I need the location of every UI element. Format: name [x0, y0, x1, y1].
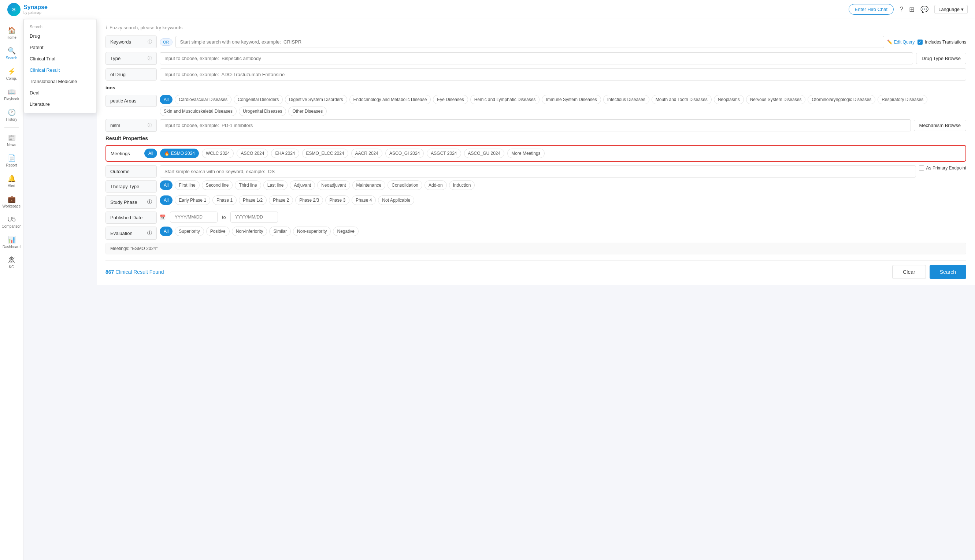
chat-icon[interactable]: 💬 — [920, 5, 928, 13]
dropdown-item-literature[interactable]: Literature — [24, 98, 96, 110]
tag-consolidation[interactable]: Consolidation — [387, 180, 422, 190]
tag-eval-all[interactable]: All — [160, 227, 172, 236]
tag-eye[interactable]: Eye Diseases — [433, 95, 468, 104]
tag-induction[interactable]: Induction — [449, 180, 475, 190]
clear-button[interactable]: Clear — [892, 265, 925, 279]
dropdown-item-patent[interactable]: Patent — [24, 42, 96, 53]
control-drug-input[interactable] — [160, 68, 966, 80]
tag-more-meetings[interactable]: More Meetings — [507, 148, 544, 158]
tag-asco-2024[interactable]: ASCO 2024 — [237, 148, 268, 158]
sidebar-item-report[interactable]: 📄 Report — [0, 151, 23, 170]
date-from-input[interactable] — [170, 212, 217, 223]
search-button[interactable]: Search — [930, 265, 966, 279]
tag-congenital[interactable]: Congenital Disorders — [234, 95, 283, 104]
tag-mouth[interactable]: Mouth and Tooth Diseases — [651, 95, 712, 104]
mechanism-browse-button[interactable]: Mechanism Browse — [914, 120, 966, 131]
tag-positive[interactable]: Positive — [206, 227, 230, 236]
tag-other[interactable]: Other Diseases — [288, 107, 327, 116]
translations-checkbox[interactable]: ✓ — [918, 40, 923, 45]
language-button[interactable]: Language ▾ — [934, 5, 968, 14]
tag-hemic[interactable]: Hemic and Lymphatic Diseases — [470, 95, 540, 104]
dropdown-item-clinical-trial[interactable]: Clinical Trial — [24, 53, 96, 64]
tag-phase2-3[interactable]: Phase 2/3 — [295, 195, 323, 205]
tag-digestive[interactable]: Digestive System Disorders — [285, 95, 347, 104]
tag-therapy-all[interactable]: All — [160, 180, 172, 190]
dropdown-item-deal[interactable]: Deal — [24, 87, 96, 98]
tag-skin[interactable]: Skin and Musculoskeletal Diseases — [160, 107, 237, 116]
date-to-input[interactable] — [230, 212, 278, 223]
tag-urogenital[interactable]: Urogenital Diseases — [239, 107, 286, 116]
sidebar-item-search[interactable]: 🔍 Search — [0, 44, 23, 63]
tag-phase1[interactable]: Phase 1 — [212, 195, 237, 205]
tag-early-phase1[interactable]: Early Phase 1 — [175, 195, 210, 205]
dropdown-item-drug[interactable]: Drug — [24, 30, 96, 42]
tag-negative[interactable]: Negative — [333, 227, 358, 236]
tag-immune[interactable]: Immune System Diseases — [542, 95, 601, 104]
edit-query-button[interactable]: ✏️ Edit Query — [887, 40, 915, 45]
tag-asco-gi-2024[interactable]: ASCO_GI 2024 — [385, 148, 424, 158]
tag-non-superiority[interactable]: Non-superiority — [293, 227, 331, 236]
sidebar-item-news[interactable]: 📰 News — [0, 131, 23, 150]
tag-first-line[interactable]: First line — [175, 180, 199, 190]
tag-meetings-all[interactable]: All — [144, 148, 157, 158]
tag-wclc-2024[interactable]: WCLC 2024 — [202, 148, 234, 158]
tag-respiratory[interactable]: Respiratory Diseases — [878, 95, 927, 104]
tag-esmo-2024-active[interactable]: 🔥 ESMO 2024 — [160, 148, 199, 158]
sidebar-item-workspace[interactable]: 💼 Workspace — [0, 192, 23, 211]
tag-phase3[interactable]: Phase 3 — [325, 195, 349, 205]
tag-esmo-elcc-2024[interactable]: ESMO_ELCC 2024 — [302, 148, 348, 158]
tag-asgct-2024[interactable]: ASGCT 2024 — [427, 148, 461, 158]
drug-type-browse-button[interactable]: Drug Type Browse — [916, 53, 966, 64]
evaluation-info-icon[interactable]: ⓘ — [147, 230, 152, 237]
tag-otorhinolaryngologic[interactable]: Otorhinolaryngologic Diseases — [808, 95, 875, 104]
tag-second-line[interactable]: Second line — [202, 180, 233, 190]
sidebar-item-home[interactable]: 🏠 Home — [0, 23, 23, 42]
tag-non-inferiority[interactable]: Non-inferiority — [232, 227, 267, 236]
drug-type-info-icon[interactable]: ⓘ — [148, 55, 152, 62]
study-phase-info-icon[interactable]: ⓘ — [147, 199, 152, 205]
sidebar-item-comparison[interactable]: U5 Comparison — [0, 213, 23, 231]
sidebar-item-alert[interactable]: 🔔 Alert — [0, 172, 23, 191]
dropdown-item-translational-medicine[interactable]: Translational Medicine — [24, 76, 96, 87]
tag-endocrinology[interactable]: Endocrinology and Metabolic Disease — [349, 95, 431, 104]
tag-phase-all[interactable]: All — [160, 195, 172, 205]
tag-third-line[interactable]: Third line — [235, 180, 261, 190]
hiro-chat-button[interactable]: Enter Hiro Chat — [849, 4, 894, 15]
tag-nervous[interactable]: Nervous System Diseases — [746, 95, 806, 104]
tag-last-line[interactable]: Last line — [263, 180, 288, 190]
tag-phase4[interactable]: Phase 4 — [352, 195, 376, 205]
primary-endpoint[interactable]: As Primary Endpoint — [919, 165, 966, 170]
tag-all-therapeutic[interactable]: All — [160, 95, 172, 104]
tag-add-on[interactable]: Add-on — [424, 180, 447, 190]
tag-eha-2024[interactable]: EHA 2024 — [271, 148, 299, 158]
sidebar-item-kg[interactable]: 🕸 KG — [0, 253, 23, 272]
help-icon[interactable]: ? — [900, 5, 903, 13]
tag-similar[interactable]: Similar — [269, 227, 291, 236]
tag-adjuvant[interactable]: Adjuvant — [290, 180, 315, 190]
tag-infectious[interactable]: Infectious Diseases — [603, 95, 649, 104]
sidebar-item-dashboard[interactable]: 📊 Dashboard — [0, 233, 23, 252]
tag-asco-gu-2024[interactable]: ASCO_GU 2024 — [464, 148, 505, 158]
tag-cardiovascular[interactable]: Cardiovascular Diseases — [175, 95, 232, 104]
tag-aacr-2024[interactable]: AACR 2024 — [351, 148, 382, 158]
tag-maintenance[interactable]: Maintenance — [352, 180, 386, 190]
apps-icon[interactable]: ⊞ — [909, 5, 915, 13]
tag-superiority[interactable]: Superiority — [175, 227, 204, 236]
includes-translations[interactable]: ✓ Includes Translations — [918, 40, 966, 45]
keywords-input[interactable] — [175, 36, 884, 48]
tag-neoplasms[interactable]: Neoplasms — [714, 95, 744, 104]
sidebar-item-history[interactable]: 🕐 History — [0, 105, 23, 125]
dropdown-item-clinical-result[interactable]: Clinical Result — [24, 64, 96, 76]
tag-phase2[interactable]: Phase 2 — [269, 195, 293, 205]
drug-type-input[interactable] — [160, 52, 913, 64]
primary-endpoint-checkbox[interactable] — [919, 165, 924, 170]
sidebar-item-comp[interactable]: ⚡ Comp. — [0, 64, 23, 83]
tag-neoadjuvant[interactable]: Neoadjuvant — [317, 180, 350, 190]
keywords-info-icon[interactable]: ⓘ — [148, 39, 152, 45]
sidebar-item-playbook[interactable]: 📖 Playbook — [0, 85, 23, 104]
tag-phase1-2[interactable]: Phase 1/2 — [239, 195, 267, 205]
tag-not-applicable[interactable]: Not Applicable — [378, 195, 414, 205]
outcome-input[interactable] — [160, 165, 916, 178]
mechanism-info-icon[interactable]: ⓘ — [148, 122, 152, 128]
mechanism-input[interactable] — [160, 119, 911, 132]
